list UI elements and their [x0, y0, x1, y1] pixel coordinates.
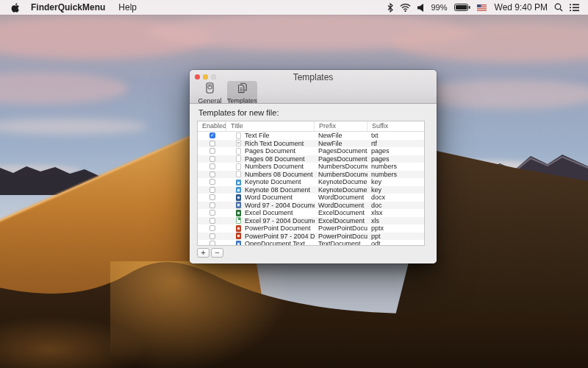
add-template-button[interactable]: + [197, 248, 209, 258]
title-cell: Excel Document [226, 209, 315, 216]
window-titlebar[interactable]: Templates General [190, 70, 437, 104]
template-title: Word 97 - 2004 Document [245, 202, 315, 209]
enabled-cell [198, 241, 226, 246]
table-row[interactable]: Rich Text DocumentNewFilertf [198, 140, 424, 148]
table-row[interactable]: Keynote DocumentKeynoteDocumentkey [198, 178, 424, 186]
table-row[interactable]: Numbers DocumentNumbersDocumentnumbers [198, 163, 424, 171]
enabled-checkbox[interactable] [209, 210, 215, 216]
template-prefix: TextDocument [315, 240, 368, 246]
remove-template-button[interactable]: − [211, 248, 223, 258]
template-title: Word Document [245, 194, 293, 201]
enabled-checkbox[interactable] [209, 194, 215, 200]
traffic-lights [195, 74, 216, 79]
title-cell: PowerPoint 97 - 2004 Doc… [226, 233, 315, 240]
template-suffix: key [368, 186, 424, 194]
enabled-checkbox[interactable] [209, 225, 215, 231]
title-cell: Pages 08 Document [226, 155, 315, 163]
spotlight-search-icon[interactable] [554, 3, 563, 12]
template-title: Excel Document [245, 209, 293, 216]
menu-clock[interactable]: Wed 9:40 PM [495, 2, 548, 13]
volume-icon[interactable] [417, 4, 424, 12]
title-cell: Pages Document [226, 147, 315, 155]
table-header: EnabledTitlePrefixSuffix [198, 121, 424, 132]
battery-icon[interactable] [454, 4, 470, 11]
enabled-checkbox[interactable] [209, 163, 215, 169]
tab-templates[interactable]: Templates [227, 81, 257, 102]
enabled-checkbox[interactable] [209, 241, 215, 246]
enabled-cell [198, 141, 226, 146]
template-title: Keynote 08 Document [245, 186, 310, 194]
apple-menu-icon[interactable] [10, 2, 20, 13]
table-row[interactable]: Excel 97 - 2004 DocumentExcelDocumentxls [198, 217, 424, 225]
table-row[interactable]: Word 97 - 2004 DocumentWordDocumentdoc [198, 202, 424, 210]
template-title: Rich Text Document [245, 140, 304, 147]
table-row[interactable]: PowerPoint DocumentPowerPointDocume…pptx [198, 224, 424, 233]
notification-center-icon[interactable] [570, 4, 579, 12]
enabled-checkbox[interactable] [209, 218, 215, 224]
template-prefix: ExcelDocument [315, 217, 368, 224]
excel-file-icon [236, 210, 241, 216]
enabled-checkbox[interactable] [209, 187, 215, 193]
template-suffix: rtf [368, 140, 424, 147]
title-cell: Word Document [226, 194, 315, 201]
menu-app-name[interactable]: FinderQuickMenu [31, 2, 105, 13]
excel97-file-icon [236, 217, 241, 224]
ppt97-file-icon [236, 233, 241, 239]
bluetooth-icon[interactable] [387, 3, 393, 13]
title-cell: Keynote Document [226, 178, 315, 185]
template-suffix: docx [368, 194, 424, 201]
template-prefix: PagesDocument [315, 155, 368, 163]
template-title: Pages 08 Document [245, 155, 305, 163]
title-cell: PowerPoint Document [226, 224, 315, 232]
enabled-checkbox[interactable] [209, 132, 215, 138]
template-suffix: pages [368, 147, 424, 155]
column-header-title[interactable]: Title [226, 121, 315, 131]
table-row[interactable]: Excel DocumentExcelDocumentxlsx [198, 209, 424, 217]
enabled-checkbox[interactable] [209, 171, 215, 177]
enabled-cell [198, 156, 226, 162]
title-cell: OpenDocument Text [226, 240, 315, 246]
template-suffix: doc [368, 202, 424, 209]
plain-file-icon [236, 171, 241, 177]
menu-help[interactable]: Help [118, 2, 137, 13]
table-row[interactable]: Pages DocumentPagesDocumentpages [198, 147, 424, 155]
title-cell: Keynote 08 Document [226, 186, 315, 194]
enabled-checkbox[interactable] [209, 179, 215, 185]
template-title: PowerPoint 97 - 2004 Doc… [245, 233, 315, 240]
close-button[interactable] [195, 74, 200, 79]
enabled-checkbox[interactable] [209, 141, 215, 146]
enabled-checkbox[interactable] [209, 148, 215, 154]
template-suffix: xls [368, 217, 424, 224]
enabled-cell [198, 132, 226, 138]
enabled-checkbox[interactable] [209, 233, 215, 239]
ppt-file-icon [236, 225, 241, 232]
enabled-checkbox[interactable] [209, 156, 215, 162]
title-cell: Text File [226, 132, 315, 139]
template-suffix: xlsx [368, 209, 424, 216]
table-row[interactable]: OpenDocument TextTextDocumentodt [198, 240, 424, 246]
input-source-flag-icon[interactable] [477, 4, 487, 11]
table-row[interactable]: Numbers 08 DocumentNumbersDocumentnumber… [198, 171, 424, 179]
template-prefix: PagesDocument [315, 147, 368, 155]
column-header-suffix[interactable]: Suffix [368, 121, 424, 131]
enabled-cell [198, 194, 226, 200]
plain-file-icon [236, 163, 241, 170]
enabled-checkbox[interactable] [209, 202, 215, 208]
enabled-cell [198, 179, 226, 185]
template-prefix: WordDocument [315, 194, 368, 201]
minimize-button[interactable] [203, 74, 208, 79]
table-row[interactable]: Keynote 08 DocumentKeynoteDocumentkey [198, 186, 424, 194]
column-header-enabled[interactable]: Enabled [198, 121, 226, 131]
template-prefix: NumbersDocument [315, 163, 368, 170]
table-row[interactable]: Pages 08 DocumentPagesDocumentpages [198, 155, 424, 163]
tab-general[interactable]: General [195, 81, 225, 102]
plain-file-icon [236, 132, 241, 139]
table-row[interactable]: PowerPoint 97 - 2004 Doc…PowerPointDocum… [198, 233, 424, 241]
column-header-prefix[interactable]: Prefix [315, 121, 368, 131]
wifi-icon[interactable] [400, 4, 411, 12]
template-prefix: NewFile [315, 140, 368, 147]
template-prefix: KeynoteDocument [315, 186, 368, 194]
enabled-cell [198, 148, 226, 154]
table-row[interactable]: Text FileNewFiletxt [198, 132, 424, 140]
table-row[interactable]: Word DocumentWordDocumentdocx [198, 194, 424, 202]
